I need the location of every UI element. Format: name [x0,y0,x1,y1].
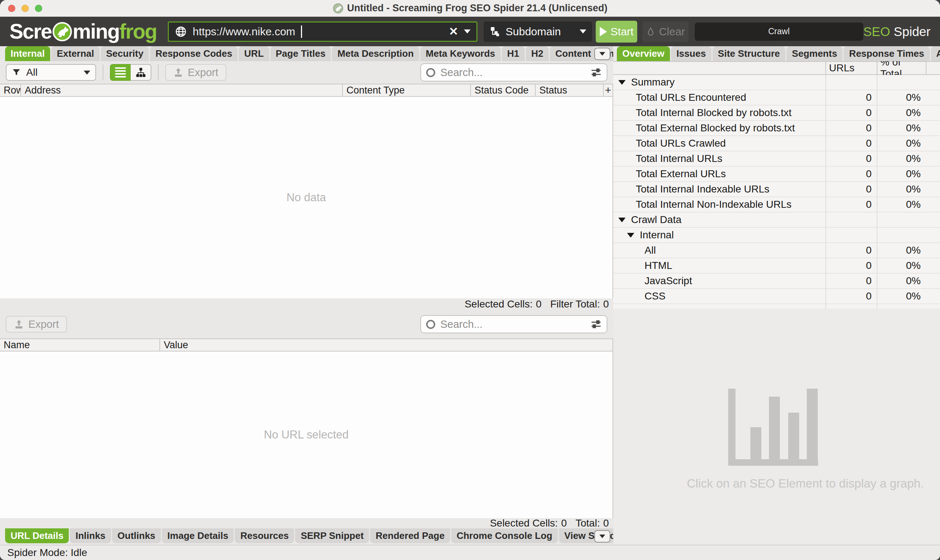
overview-row-pct-value [877,228,926,242]
overview-row-label: Total External Blocked by robots.txt [636,122,795,134]
overview-row-pct-value [877,75,926,89]
right-tab-segments[interactable]: Segments [786,46,843,61]
tab-page-titles[interactable]: Page Titles [271,46,331,61]
clear-button[interactable]: Clear [642,22,688,42]
search-input[interactable] [440,66,586,79]
column-header-row[interactable]: Row [0,85,21,96]
overview-row-html[interactable]: HTML00% [613,258,940,274]
url-table-body[interactable]: No data [0,97,613,298]
collapse-arrow-icon[interactable] [627,233,634,238]
tab-response-codes[interactable]: Response Codes [150,46,238,61]
overview-row-css[interactable]: CSS00% [613,289,940,304]
tab-url[interactable]: URL [239,46,269,61]
main-tabs-overflow-button[interactable] [594,48,610,60]
overview-row-total-urls-encountered[interactable]: Total URLs Encountered00% [613,90,940,106]
overview-row-internal[interactable]: Internal [613,228,940,243]
right-tab-site-structure[interactable]: Site Structure [712,46,786,61]
search-box[interactable] [420,63,608,82]
details-table-body[interactable]: No URL selected [0,351,613,518]
overview-row-crawl-data[interactable]: Crawl Data [613,212,940,228]
right-tab-issues[interactable]: Issues [671,46,711,61]
column-header-status[interactable]: Status [536,85,604,96]
column-header-urls[interactable]: URLs [825,62,877,74]
start-button[interactable]: Start [596,21,637,43]
overview-row-total-external-blocked-by-robots-txt[interactable]: Total External Blocked by robots.txt00% [613,121,940,136]
tab-h2[interactable]: H2 [526,46,549,61]
right-tab-response-times[interactable]: Response Times [843,46,929,61]
overview-row-label: Total Internal Non-Indexable URLs [636,198,792,210]
bottom-tabs-overflow-button[interactable] [594,530,610,543]
overview-row-label: All [645,245,656,256]
bottom-tab-inlinks[interactable]: Inlinks [70,528,111,543]
overview-row-javascript[interactable]: JavaScript00% [613,274,940,289]
overview-row-total-urls-crawled[interactable]: Total URLs Crawled00% [613,136,940,151]
export-button[interactable]: Export [165,64,226,81]
overview-row-total-internal-indexable-urls[interactable]: Total Internal Indexable URLs00% [613,182,940,197]
right-tab-overview[interactable]: Overview [617,46,670,61]
overview-row-urls-value: 0 [825,289,877,303]
url-input[interactable]: https://www.nike.com ✕ [168,22,478,42]
main-tab-bar: InternalExternalSecurityResponse CodesUR… [0,46,613,61]
overview-row-total-internal-urls[interactable]: Total Internal URLs00% [613,151,940,167]
logo-text-3: frog [119,21,157,42]
details-search-box[interactable] [420,315,608,333]
url-input-value: https://www.nike.com [193,25,295,38]
bottom-tab-serp-snippet[interactable]: SERP Snippet [295,528,369,543]
column-header-name[interactable]: Name [0,339,160,351]
column-header-address[interactable]: Address [21,85,343,96]
overview-row-urls-value: 0 [825,182,877,197]
bottom-tab-image-details[interactable]: Image Details [162,528,234,543]
tab-internal[interactable]: Internal [5,46,50,61]
collapse-arrow-icon[interactable] [618,80,626,85]
selected-cells-label: Selected Cells: [465,298,533,310]
clear-button-label: Clear [659,25,685,38]
tree-view-button[interactable] [131,64,151,81]
minimize-window-button[interactable] [22,5,29,12]
globe-icon [175,25,187,38]
bottom-tab-url-details[interactable]: URL Details [5,528,69,543]
zoom-window-button[interactable] [35,5,42,12]
tab-meta-keywords[interactable]: Meta Keywords [420,46,501,61]
close-window-button[interactable] [8,5,15,12]
details-search-input[interactable] [440,318,586,331]
column-header-status-code[interactable]: Status Code [471,85,536,96]
overview-row-summary[interactable]: Summary [613,75,940,90]
bottom-tab-chrome-console-log[interactable]: Chrome Console Log [451,528,558,543]
clear-url-icon[interactable]: ✕ [449,26,458,37]
filter-total-label: Filter Total: [550,298,600,310]
search-settings-icon[interactable] [591,67,602,78]
overview-row-all[interactable]: All00% [613,243,940,258]
collapse-arrow-icon[interactable] [618,218,626,222]
add-column-button[interactable]: + [604,85,612,96]
overview-row-total-internal-non-indexable-urls[interactable]: Total Internal Non-Indexable URLs00% [613,197,940,212]
details-export-button[interactable]: Export [6,316,67,332]
list-view-button[interactable] [110,64,131,81]
overview-row-urls-value: 0 [825,197,877,212]
overview-row-pct-value: 0% [877,121,926,135]
overview-row-label: Internal [640,229,674,241]
tab-h1[interactable]: H1 [502,46,525,61]
column-header-pct-of-total[interactable]: % of Total [877,62,926,74]
right-tab-api[interactable]: API [931,46,940,61]
selected-cells-label: Selected Cells: [490,517,558,529]
overview-row-total-external-urls[interactable]: Total External URLs00% [613,167,940,182]
search-settings-icon[interactable] [591,319,602,330]
tab-meta-description[interactable]: Meta Description [332,46,419,61]
column-header-value[interactable]: Value [160,339,612,351]
overview-row-pct-value: 0% [877,258,926,273]
total-value: 0 [603,517,609,529]
bottom-tab-rendered-page[interactable]: Rendered Page [370,528,450,543]
export-button-label: Export [188,66,218,78]
tab-external[interactable]: External [51,46,100,61]
crawl-mode-dropdown[interactable]: Subdomain [484,22,592,42]
bottom-tab-outlinks[interactable]: Outlinks [112,528,161,543]
overview-row-label: Summary [631,76,675,88]
bottom-tab-resources[interactable]: Resources [235,528,294,543]
overview-row-pct-value: 0% [877,106,926,120]
overview-row-total-internal-blocked-by-robots-txt[interactable]: Total Internal Blocked by robots.txt00% [613,106,940,121]
column-header-content-type[interactable]: Content Type [343,85,471,96]
tab-security[interactable]: Security [101,46,149,61]
tab-content[interactable]: Content [550,46,597,61]
url-history-dropdown-icon[interactable] [464,29,471,34]
filter-dropdown[interactable]: All [6,64,96,81]
